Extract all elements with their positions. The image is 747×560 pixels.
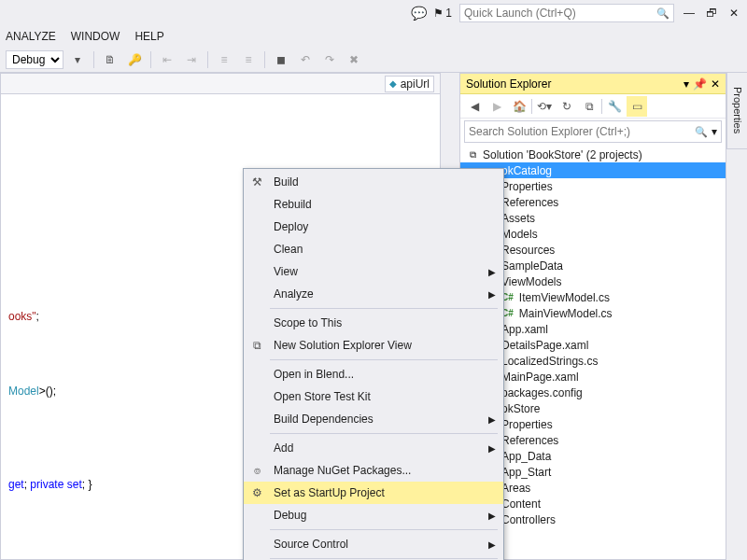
- flag-icon: ⚑: [433, 7, 444, 20]
- code-text: >();: [39, 385, 56, 398]
- search-dropdown-icon[interactable]: ▾: [712, 125, 717, 138]
- notification-flag[interactable]: ⚑ 1: [433, 7, 452, 20]
- menu-help[interactable]: HELP: [134, 30, 163, 43]
- member-dropdown-label: apiUrl: [401, 77, 430, 91]
- tree-item-label: Models: [501, 228, 538, 241]
- tree-item-label: okStore: [501, 402, 540, 415]
- dropdown-icon[interactable]: ▾: [684, 77, 689, 91]
- field-icon: ◆: [389, 78, 397, 89]
- menu-item-label: Deploy: [274, 220, 496, 233]
- tree-item-label: Areas: [501, 482, 530, 495]
- clear-bookmarks-icon[interactable]: ✖: [344, 49, 364, 70]
- quick-launch[interactable]: 🔍: [459, 4, 674, 22]
- title-bar: 💬 ⚑ 1 🔍 — 🗗 ✕: [0, 0, 747, 26]
- context-menu-item[interactable]: ⧉New Solution Explorer View: [244, 334, 503, 357]
- forward-icon[interactable]: ▶: [486, 96, 507, 117]
- context-menu-item[interactable]: Add▶: [244, 437, 503, 459]
- menu-window[interactable]: WINDOW: [71, 30, 120, 43]
- submenu-arrow-icon: ▶: [488, 511, 496, 521]
- close-panel-icon[interactable]: ✕: [711, 77, 720, 91]
- submenu-arrow-icon: ▶: [488, 267, 496, 277]
- menu-item-label: Set as StartUp Project: [274, 486, 496, 499]
- indent-icon[interactable]: ≡: [238, 49, 259, 70]
- show-all-icon[interactable]: ▭: [627, 96, 647, 117]
- restore-button[interactable]: 🗗: [704, 6, 719, 21]
- collapse-icon[interactable]: ⧉: [579, 96, 599, 117]
- context-menu-item[interactable]: Build Dependencies▶: [244, 408, 503, 430]
- tree-item-label: Resources: [501, 244, 555, 257]
- tree-item-label: MainPage.xaml: [501, 371, 579, 384]
- context-menu-item[interactable]: Deploy: [244, 216, 503, 238]
- next-bookmark-icon[interactable]: ↷: [319, 49, 340, 70]
- tree-item-label: App_Start: [501, 466, 551, 479]
- quick-launch-input[interactable]: [464, 7, 656, 20]
- close-button[interactable]: ✕: [726, 6, 741, 21]
- context-menu-item[interactable]: Rebuild: [244, 193, 503, 216]
- toolbar-button[interactable]: ▾: [67, 49, 88, 70]
- new-item-icon[interactable]: 🗎: [100, 49, 120, 70]
- menu-item-icon: ⚒: [247, 175, 266, 189]
- menu-item-label: Debug: [274, 509, 481, 522]
- home-icon[interactable]: 🏠: [509, 96, 529, 117]
- context-menu-item[interactable]: Clean: [244, 238, 503, 260]
- project-context-menu: ⚒BuildRebuildDeployCleanView▶Analyze▶Sco…: [243, 168, 504, 560]
- menu-item-icon: ⌾: [247, 464, 266, 477]
- outdent-icon[interactable]: ≡: [214, 49, 234, 70]
- notification-count: 1: [445, 7, 452, 20]
- menu-bar: ANALYZE WINDOW HELP: [0, 26, 747, 47]
- panel-title-bar: Solution Explorer ▾ 📌 ✕: [460, 74, 726, 94]
- context-menu-item[interactable]: ⚙Set as StartUp Project: [244, 482, 503, 504]
- prev-bookmark-icon[interactable]: ↶: [295, 49, 316, 70]
- member-dropdown[interactable]: ◆ apiUrl: [385, 76, 434, 92]
- solution-root-label: Solution 'BookStore' (2 projects): [483, 148, 642, 161]
- context-menu-item[interactable]: Source Control▶: [244, 533, 503, 555]
- pin-icon[interactable]: 📌: [693, 77, 707, 91]
- indent-in-icon[interactable]: ⇥: [181, 49, 202, 70]
- code-text: ; }: [82, 478, 92, 491]
- find-icon[interactable]: 🔑: [124, 49, 145, 70]
- context-menu-item[interactable]: Open in Blend...: [244, 363, 503, 385]
- panel-title: Solution Explorer: [466, 77, 551, 91]
- search-icon: 🔍: [656, 7, 669, 20]
- separator: [150, 51, 151, 68]
- tree-item-label: Controllers: [501, 513, 556, 526]
- submenu-arrow-icon: ▶: [488, 414, 496, 425]
- refresh-icon[interactable]: ↻: [557, 96, 577, 117]
- properties-tab[interactable]: Properties: [726, 73, 747, 149]
- feedback-icon[interactable]: 💬: [411, 6, 426, 21]
- search-icon: 🔍: [695, 126, 708, 138]
- solution-search-input[interactable]: [469, 125, 695, 138]
- menu-analyze[interactable]: ANALYZE: [6, 30, 56, 43]
- menu-separator: [270, 308, 498, 309]
- properties-icon[interactable]: 🔧: [604, 96, 625, 117]
- code-text: Model: [8, 385, 39, 398]
- tree-item-label: Content: [501, 497, 541, 511]
- menu-item-label: View: [274, 265, 481, 278]
- bookmark-icon[interactable]: ◼: [271, 49, 291, 70]
- context-menu-item[interactable]: Scope to This: [244, 312, 503, 334]
- sync-icon[interactable]: ⟲▾: [534, 96, 555, 117]
- context-menu-item[interactable]: Analyze▶: [244, 283, 503, 305]
- tree-item-label: SampleData: [501, 259, 563, 273]
- tree-item-label: References: [501, 434, 558, 447]
- tree-item-label: DetailsPage.xaml: [501, 339, 588, 352]
- context-menu-item[interactable]: ⚒Build: [244, 171, 503, 193]
- menu-item-label: Add: [274, 441, 481, 455]
- context-menu-item[interactable]: Debug▶: [244, 504, 503, 526]
- menu-item-label: Scope to This: [274, 316, 496, 329]
- solution-root[interactable]: ⧉ Solution 'BookStore' (2 projects): [460, 147, 726, 162]
- tree-item-label: Assets: [501, 212, 535, 225]
- menu-item-label: Build: [274, 175, 496, 189]
- minimize-button[interactable]: —: [682, 6, 697, 21]
- solution-explorer-search[interactable]: 🔍 ▾: [464, 120, 722, 143]
- back-icon[interactable]: ◀: [464, 96, 485, 117]
- context-menu-item[interactable]: Open Store Test Kit: [244, 385, 503, 408]
- indent-out-icon[interactable]: ⇤: [157, 49, 177, 70]
- tree-item-label: MainViewModel.cs: [519, 307, 613, 320]
- context-menu-item[interactable]: View▶: [244, 260, 503, 283]
- menu-separator: [270, 529, 498, 530]
- context-menu-item[interactable]: ⌾Manage NuGet Packages...: [244, 459, 503, 482]
- configuration-dropdown[interactable]: Debug: [6, 50, 63, 69]
- submenu-arrow-icon: ▶: [488, 443, 496, 454]
- tree-item-label: Properties: [501, 180, 553, 193]
